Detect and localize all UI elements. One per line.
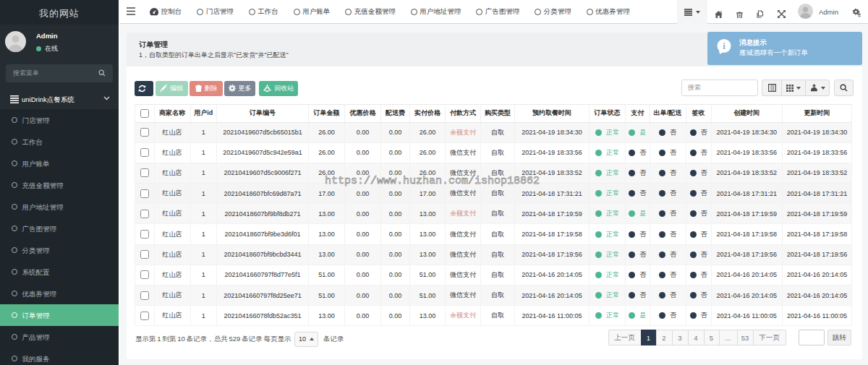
svg-text:i: i [723, 41, 726, 51]
